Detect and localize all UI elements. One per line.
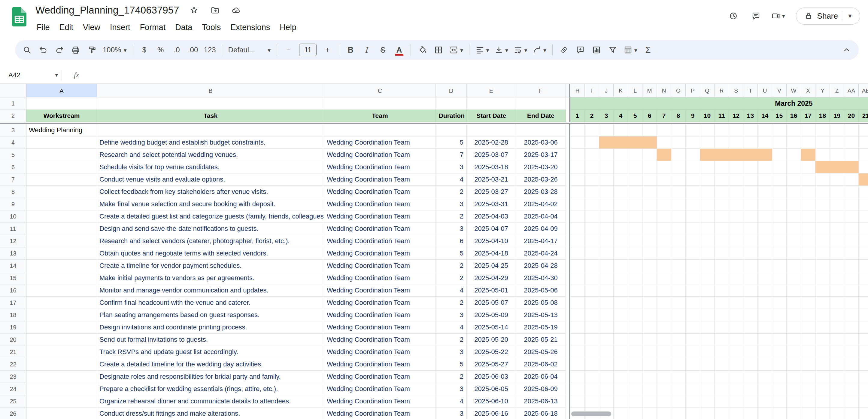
- day-number-cell[interactable]: 9: [686, 110, 700, 122]
- column-header-M[interactable]: M: [643, 84, 657, 97]
- gantt-bar[interactable]: [801, 149, 815, 161]
- gantt-cell[interactable]: [686, 285, 700, 297]
- gantt-cell[interactable]: [643, 297, 657, 309]
- gantt-cell[interactable]: [786, 198, 801, 210]
- zoom-select[interactable]: 100%: [100, 42, 129, 58]
- gantt-cell[interactable]: [729, 272, 743, 285]
- gantt-bar[interactable]: [815, 161, 859, 173]
- row-header-25[interactable]: 25: [0, 395, 26, 408]
- gantt-cell[interactable]: [643, 260, 657, 272]
- gantt-cell[interactable]: [801, 285, 815, 297]
- gantt-cell[interactable]: [801, 260, 815, 272]
- duration-cell[interactable]: 6: [436, 235, 467, 247]
- gantt-cell[interactable]: [743, 247, 758, 260]
- gantt-cell[interactable]: [643, 223, 657, 235]
- gantt-cell[interactable]: [686, 309, 700, 321]
- gantt-cell[interactable]: [859, 260, 868, 272]
- end-date-cell[interactable]: 2025-05-08: [516, 297, 566, 309]
- end-date-cell[interactable]: 2025-05-21: [516, 334, 566, 346]
- meet-dropdown-caret[interactable]: [780, 12, 785, 20]
- gantt-cell[interactable]: [830, 223, 844, 235]
- gantt-cell[interactable]: [570, 124, 585, 137]
- row-header-10[interactable]: 10: [0, 210, 26, 223]
- gantt-cell[interactable]: [570, 173, 585, 186]
- gantt-cell[interactable]: [743, 383, 758, 395]
- menu-tools[interactable]: Tools: [197, 21, 225, 34]
- column-header-J[interactable]: J: [599, 84, 614, 97]
- start-date-cell[interactable]: 2025-05-01: [467, 285, 516, 297]
- gantt-cell[interactable]: [599, 383, 614, 395]
- end-date-cell[interactable]: 2025-06-13: [516, 395, 566, 408]
- gantt-cell[interactable]: [657, 223, 671, 235]
- share-button[interactable]: Share: [796, 7, 860, 25]
- gantt-cell[interactable]: [801, 395, 815, 408]
- gantt-cell[interactable]: [859, 321, 868, 334]
- gantt-cell[interactable]: [815, 309, 830, 321]
- end-date-cell[interactable]: 2025-03-20: [516, 161, 566, 173]
- start-date-cell[interactable]: 2025-04-29: [467, 272, 516, 285]
- gantt-cell[interactable]: [801, 186, 815, 198]
- gantt-cell[interactable]: [743, 235, 758, 247]
- menu-extensions[interactable]: Extensions: [225, 21, 275, 34]
- cloud-saved-icon[interactable]: [230, 4, 242, 16]
- gantt-cell[interactable]: [830, 260, 844, 272]
- insert-comment-button[interactable]: [572, 42, 588, 58]
- gantt-cell[interactable]: [614, 370, 628, 383]
- gantt-cell[interactable]: [628, 210, 643, 223]
- gantt-cell[interactable]: [786, 334, 801, 346]
- row-header-9[interactable]: 9: [0, 198, 26, 210]
- gantt-cell[interactable]: [628, 124, 643, 137]
- gantt-cell[interactable]: [570, 235, 585, 247]
- gantt-cell[interactable]: [628, 149, 643, 161]
- day-number-cell[interactable]: 5: [628, 110, 643, 122]
- task-cell[interactable]: Organize rehearsal dinner and communicat…: [97, 395, 324, 408]
- gantt-cell[interactable]: [686, 137, 700, 149]
- gantt-cell[interactable]: [570, 272, 585, 285]
- row-header-6[interactable]: 6: [0, 161, 26, 173]
- gantt-cell[interactable]: [657, 137, 671, 149]
- gantt-cell[interactable]: [801, 370, 815, 383]
- gantt-cell[interactable]: [844, 334, 859, 346]
- gantt-cell[interactable]: [772, 173, 786, 186]
- empty-cell[interactable]: [26, 358, 97, 370]
- gantt-cell[interactable]: [859, 408, 868, 419]
- gantt-cell[interactable]: [715, 309, 729, 321]
- gantt-cell[interactable]: [657, 346, 671, 358]
- functions-button[interactable]: Σ: [640, 42, 656, 58]
- gantt-cell[interactable]: [786, 210, 801, 223]
- gantt-cell[interactable]: [743, 260, 758, 272]
- day-number-cell[interactable]: 8: [671, 110, 686, 122]
- gantt-cell[interactable]: [599, 186, 614, 198]
- gantt-cell[interactable]: [599, 285, 614, 297]
- gantt-cell[interactable]: [729, 186, 743, 198]
- strikethrough-button[interactable]: S: [375, 42, 391, 58]
- start-date-cell[interactable]: 2025-05-22: [467, 346, 516, 358]
- gantt-cell[interactable]: [830, 149, 844, 161]
- row-header-21[interactable]: 21: [0, 346, 26, 358]
- formula-input[interactable]: [79, 66, 868, 84]
- gantt-cell[interactable]: [671, 395, 686, 408]
- gantt-cell[interactable]: [844, 186, 859, 198]
- gantt-cell[interactable]: [715, 235, 729, 247]
- gantt-cell[interactable]: [743, 358, 758, 370]
- gantt-cell[interactable]: [570, 309, 585, 321]
- task-cell[interactable]: Prepare a checklist for wedding essentia…: [97, 383, 324, 395]
- gantt-cell[interactable]: [743, 346, 758, 358]
- task-cell[interactable]: Plan seating arrangements based on guest…: [97, 309, 324, 321]
- gantt-cell[interactable]: [758, 297, 772, 309]
- task-cell[interactable]: Research and select vendors (caterer, ph…: [97, 235, 324, 247]
- gantt-cell[interactable]: [786, 383, 801, 395]
- empty-cell[interactable]: [97, 97, 324, 110]
- gantt-cell[interactable]: [801, 272, 815, 285]
- gantt-cell[interactable]: [671, 346, 686, 358]
- gantt-cell[interactable]: [815, 285, 830, 297]
- gantt-cell[interactable]: [859, 161, 868, 173]
- gantt-cell[interactable]: [643, 186, 657, 198]
- gantt-cell[interactable]: [830, 334, 844, 346]
- end-date-cell[interactable]: 2025-05-13: [516, 309, 566, 321]
- gantt-cell[interactable]: [657, 260, 671, 272]
- gantt-cell[interactable]: [830, 346, 844, 358]
- gantt-cell[interactable]: [643, 358, 657, 370]
- gantt-cell[interactable]: [715, 247, 729, 260]
- column-header-S[interactable]: S: [729, 84, 743, 97]
